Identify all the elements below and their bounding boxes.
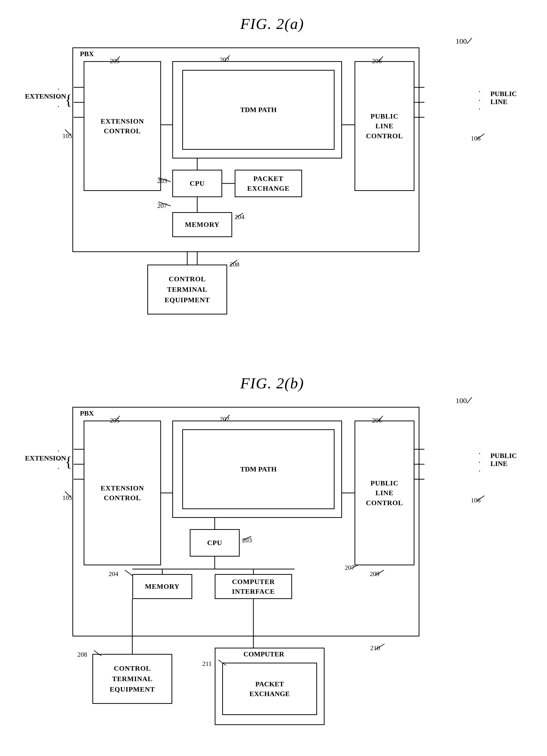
public-line-control-box-2a: PUBLIC LINE CONTROL xyxy=(355,61,414,191)
tdm-path-label-2b: TDM PATH xyxy=(240,465,277,473)
pbx-label-2a: PBX xyxy=(80,50,94,58)
svg-line-10 xyxy=(230,260,237,266)
svg-line-9 xyxy=(477,134,484,139)
extension-control-label-2b: EXTENSION CONTROL xyxy=(101,483,144,503)
public-line-label-2a: PUBLICLINE xyxy=(490,90,517,106)
memory-label-2b: MEMORY xyxy=(145,583,180,591)
svg-line-36 xyxy=(218,660,226,665)
ctrl-terminal-label-2b: CONTROL TERMINAL EQUIPMENT xyxy=(110,663,155,695)
extension-bracket-2b: { xyxy=(65,437,72,487)
ctrl-terminal-box-2b: CONTROL TERMINAL EQUIPMENT xyxy=(92,654,172,704)
public-line-control-label-2b: PUBLIC LINE CONTROL xyxy=(366,478,403,508)
ref204-2b: 204 xyxy=(109,570,118,578)
svg-line-0 xyxy=(467,38,472,44)
extension-control-label-2a: EXTENSION CONTROL xyxy=(101,116,144,136)
extension-control-box-2a: EXTENSION CONTROL xyxy=(84,61,161,191)
tdm-path-box-2b: TDM PATH xyxy=(182,429,335,509)
extension-bracket-2a: { xyxy=(65,75,72,125)
ref211-2b: 211 xyxy=(202,660,212,668)
extension-dots-2a: ··· xyxy=(57,85,59,111)
svg-line-33 xyxy=(477,496,484,501)
public-line-control-box-2b: PUBLIC LINE CONTROL xyxy=(355,421,414,565)
svg-line-34 xyxy=(94,650,101,656)
public-line-control-label-2a: PUBLIC LINE CONTROL xyxy=(366,111,403,141)
cpu-label-2b: CPU xyxy=(207,539,222,547)
computer-interface-box-2b: COMPUTER INTERFACE xyxy=(215,574,292,599)
svg-line-7 xyxy=(158,202,171,206)
svg-line-27 xyxy=(225,415,230,420)
extension-label-2a: EXTENSION xyxy=(25,92,66,100)
packet-exchange-label-2a: PACKET EXCHANGE xyxy=(247,174,290,193)
ref208-2b: 208 xyxy=(77,651,87,658)
computer-interface-label-2b: COMPUTER INTERFACE xyxy=(232,577,275,596)
public-line-dots-2a: ··· xyxy=(479,87,481,114)
svg-line-26 xyxy=(115,416,120,421)
fig2a-title: FIG. 2(a) xyxy=(240,15,304,32)
packet-exchange-box-2b: PACKET EXCHANGE xyxy=(222,663,317,715)
cpu-box-2a: CPU xyxy=(172,170,222,197)
svg-line-8 xyxy=(378,56,383,62)
tdm-path-label-2a: TDM PATH xyxy=(240,106,277,114)
memory-box-2a: MEMORY xyxy=(172,212,232,237)
public-line-label-2b: PUBLICLINE xyxy=(490,452,517,468)
pbx-label-2b: PBX xyxy=(80,409,94,417)
memory-label-2a: MEMORY xyxy=(185,221,220,229)
svg-line-6 xyxy=(236,213,243,218)
memory-box-2b: MEMORY xyxy=(132,574,192,599)
svg-line-24 xyxy=(467,397,472,403)
extension-control-box-2b: EXTENSION CONTROL xyxy=(84,421,161,565)
svg-line-28 xyxy=(242,536,251,540)
svg-line-35 xyxy=(375,644,384,649)
figure-2b: FIG. 2(b) 100 PBX EXTENSION { ··· 105 EX… xyxy=(25,374,519,744)
figure-2a: FIG. 2(a) 100 PBX EXTENSION { ··· 105 EX… xyxy=(25,15,519,329)
ctrl-terminal-label-2a: CONTROL TERMINAL EQUIPMENT xyxy=(165,274,210,305)
svg-line-31 xyxy=(375,570,384,576)
page: FIG. 2(a) 100 PBX EXTENSION { ··· 105 EX… xyxy=(0,0,547,756)
ctrl-terminal-box-2a: CONTROL TERMINAL EQUIPMENT xyxy=(147,265,227,314)
packet-exchange-box-2a: PACKET EXCHANGE xyxy=(235,170,302,197)
cpu-box-2b: CPU xyxy=(190,529,240,557)
svg-line-1 xyxy=(65,130,71,136)
cpu-label-2a: CPU xyxy=(190,179,205,187)
svg-line-3 xyxy=(225,55,230,61)
svg-line-30 xyxy=(125,570,132,576)
extension-dots-2b: ··· xyxy=(57,447,59,473)
computer-label-2b: COMPUTER xyxy=(243,650,284,658)
extension-label-2b: EXTENSION xyxy=(25,454,66,462)
fig2b-title: FIG. 2(b) xyxy=(240,375,304,392)
tdm-path-box-2a: TDM PATH xyxy=(182,70,335,150)
svg-line-25 xyxy=(65,491,71,497)
svg-line-2 xyxy=(115,56,120,62)
public-line-dots-2b: ··· xyxy=(479,449,481,476)
svg-line-32 xyxy=(378,416,383,421)
packet-exchange-label-2b: PACKET EXCHANGE xyxy=(249,679,290,699)
svg-line-4 xyxy=(158,178,171,182)
